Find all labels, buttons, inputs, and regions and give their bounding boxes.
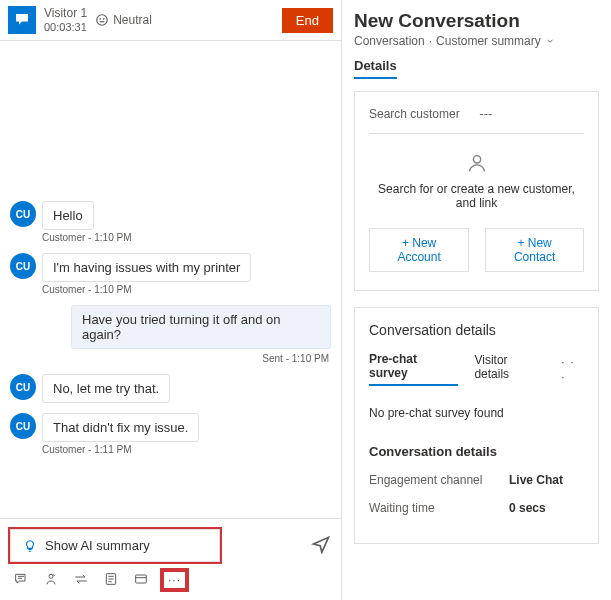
tab-prechat-survey[interactable]: Pre-chat survey [369,352,458,386]
search-customer-label: Search customer [369,107,460,121]
breadcrumb[interactable]: Conversation · Customer summary [354,34,599,48]
visitor-name: Visitor 1 [44,6,87,20]
new-contact-button[interactable]: + New Contact [485,228,584,272]
tab-details[interactable]: Details [354,58,397,79]
new-account-button[interactable]: + New Account [369,228,469,272]
svg-point-7 [473,156,480,163]
notes-icon[interactable] [102,570,120,588]
message-bubble: That didn't fix my issue. [42,413,199,442]
conversation-details-card: Conversation details Pre-chat survey Vis… [354,307,599,544]
more-actions-button[interactable]: ··· [162,570,187,590]
svg-point-0 [97,15,108,26]
search-hint: Search for or create a new customer, and… [369,182,584,210]
conversation-details-subhead: Conversation details [369,444,584,459]
kv-row: Engagement channel Live Chat [369,473,584,487]
show-ai-summary-button[interactable]: Show AI summary [10,529,220,562]
composer: Show AI summary ··· [0,518,341,600]
page-title: New Conversation [354,10,599,32]
customer-card: Search customer --- Search for or create… [354,91,599,291]
customer-avatar: CU [10,253,36,279]
transfer-icon[interactable] [72,570,90,588]
kv-key: Waiting time [369,501,509,515]
message-row: CU That didn't fix my issue. [10,413,331,442]
svg-point-2 [100,19,101,20]
message-meta: Sent - 1:10 PM [10,353,329,364]
message-bubble: No, let me try that. [42,374,170,403]
customer-avatar: CU [10,413,36,439]
svg-point-4 [49,574,53,578]
message-meta: Customer - 1:11 PM [42,444,331,455]
chevron-down-icon [545,36,555,46]
sentiment-indicator: Neutral [95,13,152,27]
message-row: CU I'm having issues with my printer [10,253,331,282]
svg-point-3 [104,19,105,20]
tab-visitor-details[interactable]: Visitor details [474,353,545,385]
message-list: CU Hello Customer - 1:10 PM CU I'm havin… [0,41,341,518]
message-row: CU Hello [10,201,331,230]
customer-avatar: CU [10,374,36,400]
kv-key: Engagement channel [369,473,509,487]
end-button[interactable]: End [282,8,333,33]
message-meta: Customer - 1:10 PM [42,284,331,295]
search-customer-value[interactable]: --- [479,106,492,121]
quick-replies-icon[interactable] [12,570,30,588]
chat-header: Visitor 1 00:03:31 Neutral End [0,0,341,41]
sentiment-label: Neutral [113,13,152,27]
message-bubble: Have you tried turning it off and on aga… [71,305,331,349]
lightbulb-icon [23,539,37,553]
no-prechat-text: No pre-chat survey found [369,406,584,420]
message-row-agent: Have you tried turning it off and on aga… [10,305,331,349]
consult-icon[interactable] [42,570,60,588]
chat-channel-icon [8,6,36,34]
message-bubble: I'm having issues with my printer [42,253,251,282]
knowledge-icon[interactable] [132,570,150,588]
conversation-details-title: Conversation details [369,322,584,338]
message-bubble: Hello [42,201,94,230]
message-row: CU No, let me try that. [10,374,331,403]
visitor-timer: 00:03:31 [44,21,87,34]
kv-value: Live Chat [509,473,563,487]
person-icon [369,152,584,174]
visitor-info: Visitor 1 00:03:31 [44,6,87,34]
svg-rect-6 [136,575,147,583]
kv-row: Waiting time 0 secs [369,501,584,515]
message-meta: Customer - 1:10 PM [42,232,331,243]
ai-summary-label: Show AI summary [45,538,150,553]
kv-value: 0 secs [509,501,546,515]
send-button[interactable] [311,534,331,557]
customer-avatar: CU [10,201,36,227]
composer-toolbar: ··· [10,562,331,594]
more-tabs-button[interactable]: · · · [561,354,584,384]
